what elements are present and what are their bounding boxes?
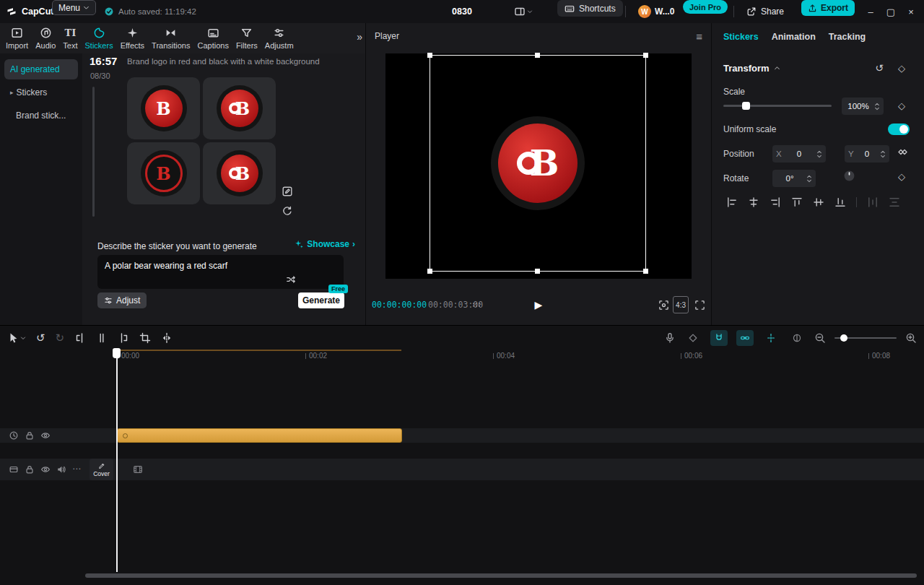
shuffle-prompt-button[interactable] (286, 274, 296, 285)
tab-filters[interactable]: Filters (233, 25, 261, 52)
keyframe-diamond-icon[interactable]: ◇ (898, 64, 905, 73)
sidebar-item-ai-generated[interactable]: AI generated (4, 59, 78, 79)
rotate-value-box[interactable]: 0° (772, 170, 816, 187)
export-button[interactable]: Export (801, 0, 855, 16)
history-scrollbar[interactable] (92, 87, 95, 217)
close-button[interactable]: × (901, 7, 921, 17)
fullscreen-button[interactable] (694, 296, 705, 313)
distribute-vertical-icon[interactable] (889, 196, 900, 208)
speaker-icon[interactable] (56, 464, 66, 474)
generate-button[interactable]: Generate (298, 292, 344, 308)
scale-slider[interactable] (723, 105, 832, 107)
eye-icon[interactable] (40, 430, 51, 441)
mirror-button[interactable] (161, 332, 173, 344)
lock-icon[interactable] (25, 464, 35, 474)
sticker-thumbnail[interactable]: B (203, 142, 276, 204)
delete-left-button[interactable] (74, 332, 86, 344)
tab-tracking[interactable]: Tracking (829, 32, 866, 42)
crop-button[interactable] (139, 332, 151, 344)
tab-audio[interactable]: Audio (32, 25, 58, 52)
align-left-icon[interactable] (726, 196, 738, 208)
align-bottom-icon[interactable] (834, 196, 846, 208)
tab-text[interactable]: TI Text (60, 25, 80, 52)
sticker-clip[interactable] (117, 428, 402, 443)
tab-animation[interactable]: Animation (772, 32, 816, 42)
tab-adjustment[interactable]: Adjustm (262, 25, 297, 52)
distribute-horizontal-icon[interactable] (867, 196, 879, 208)
film-strip-icon[interactable] (133, 464, 143, 474)
resize-handle[interactable] (535, 53, 540, 58)
align-center-horizontal-icon[interactable] (748, 196, 759, 208)
position-y-field[interactable]: Y 0 (845, 145, 889, 162)
sidebar-item-brand-stickers[interactable]: Brand stick... (4, 105, 78, 126)
position-keyframe-icon[interactable] (897, 147, 908, 157)
align-middle-vertical-icon[interactable] (813, 196, 824, 208)
split-button[interactable] (96, 332, 108, 344)
brand-logo-sticker[interactable]: B (491, 116, 585, 210)
select-tool-button[interactable] (7, 332, 26, 344)
align-top-icon[interactable] (791, 196, 803, 208)
tab-stickers-props[interactable]: Stickers (723, 32, 759, 42)
sticker-thumbnail[interactable]: B (127, 77, 200, 139)
scale-keyframe-icon[interactable]: ◇ (898, 101, 905, 110)
transform-section-header[interactable]: Transform (723, 63, 780, 74)
delete-right-button[interactable] (118, 332, 129, 344)
timeline-ruler[interactable]: 00:00 00:02 00:04 00:06 00:08 (0, 350, 924, 363)
selection-box[interactable]: B (430, 55, 646, 272)
resize-handle[interactable] (427, 269, 432, 274)
tab-stickers[interactable]: Stickers (82, 25, 116, 52)
lock-icon[interactable] (25, 430, 35, 441)
join-pro-button[interactable]: Join Pro (683, 0, 728, 14)
sticker-thumbnail[interactable]: B (203, 77, 276, 139)
user-account[interactable]: W W...0 (638, 0, 674, 23)
maximize-button[interactable]: ▢ (881, 7, 901, 17)
scale-value-box[interactable]: 100% (842, 98, 884, 115)
reset-icon[interactable]: ↺ (875, 63, 884, 73)
keyframe-toggle[interactable] (684, 330, 702, 346)
regenerate-button[interactable] (282, 205, 293, 217)
video-canvas[interactable]: B (385, 53, 692, 279)
menu-button[interactable]: Menu (52, 0, 96, 15)
tab-transitions[interactable]: Transitions (149, 25, 193, 52)
zoom-out-icon[interactable] (814, 332, 826, 344)
timeline-scrollbar[interactable] (85, 573, 917, 578)
playhead-handle[interactable] (113, 348, 121, 358)
adjust-button[interactable]: Adjust (97, 292, 147, 308)
sticker-thumbnail[interactable]: B (127, 142, 200, 204)
sidebar-item-stickers[interactable]: ▸ Stickers (4, 82, 78, 103)
scale-slider-handle[interactable] (742, 102, 750, 110)
prompt-input[interactable]: A polar bear wearing a red scarf (97, 255, 344, 289)
position-x-field[interactable]: X 0 (772, 145, 826, 162)
share-button[interactable]: Share (746, 0, 784, 23)
zoom-in-icon[interactable] (905, 332, 917, 344)
track-type-icon[interactable] (9, 464, 19, 474)
clock-icon[interactable] (9, 430, 19, 441)
frame-preview-icon[interactable] (471, 296, 481, 313)
resize-handle[interactable] (427, 53, 432, 58)
rotate-keyframe-icon[interactable]: ◇ (898, 172, 905, 181)
tab-import[interactable]: Import (3, 25, 31, 52)
eye-icon[interactable] (40, 464, 51, 474)
resize-handle[interactable] (535, 269, 540, 274)
zoom-slider-handle[interactable] (840, 334, 847, 342)
link-clips-toggle[interactable] (736, 330, 754, 346)
preview-axis-toggle[interactable] (762, 330, 780, 346)
magnet-snap-toggle[interactable] (710, 330, 728, 346)
uniform-scale-toggle[interactable] (888, 124, 910, 135)
redo-button[interactable]: ↻ (56, 332, 65, 343)
rotate-dial[interactable] (843, 170, 855, 182)
tab-effects[interactable]: Effects (118, 25, 147, 52)
resize-handle[interactable] (643, 269, 648, 274)
timeline-zoom-slider[interactable] (834, 337, 897, 339)
shortcuts-button[interactable]: Shortcuts (557, 0, 623, 17)
playhead-line[interactable] (116, 350, 118, 572)
minimize-button[interactable]: – (860, 7, 881, 17)
play-button[interactable]: ▶ (535, 296, 543, 313)
record-voiceover-button[interactable] (664, 332, 676, 344)
fit-frame-button[interactable] (658, 296, 669, 313)
more-tabs-button[interactable]: » (357, 32, 362, 42)
showcase-link[interactable]: Showcase › (294, 239, 355, 249)
edit-sticker-button[interactable] (282, 186, 293, 197)
cover-button[interactable]: Cover (90, 459, 113, 480)
tab-captions[interactable]: Captions (194, 25, 231, 52)
